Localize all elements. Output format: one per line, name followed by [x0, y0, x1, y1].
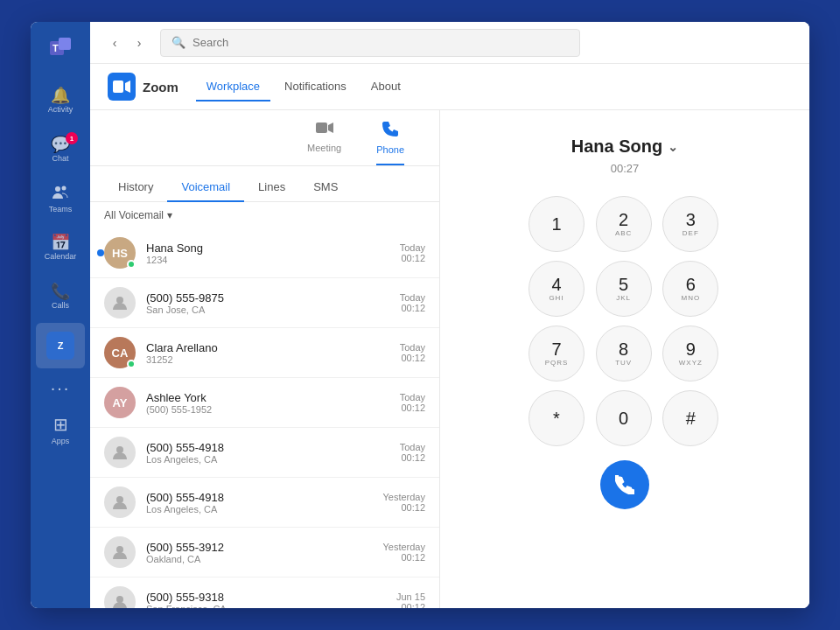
dial-main: 9 [686, 340, 696, 358]
item-time: Jun 15 [396, 592, 425, 602]
dial-main: 4 [551, 276, 561, 293]
dial-main: 6 [686, 276, 696, 293]
dial-key-7[interactable]: 7 PQRS [528, 326, 584, 382]
dial-key-#[interactable]: # [662, 390, 718, 446]
item-name: Hana Song [146, 242, 389, 255]
meeting-icon [316, 121, 333, 139]
dial-key-8[interactable]: 8 TUV [596, 326, 652, 382]
svg-point-7 [116, 297, 123, 304]
view-tabs: Meeting Phone [90, 110, 439, 166]
dial-key-0[interactable]: 0 [596, 390, 652, 446]
item-time-col: Yesterday 00:12 [382, 492, 425, 513]
zoom-brand: Zoom [108, 73, 178, 101]
item-duration: 00:12 [400, 402, 425, 413]
filter-bar: All Voicemail ▾ [90, 202, 439, 228]
dial-key-6[interactable]: 6 MNO [662, 261, 718, 317]
svg-point-8 [116, 446, 123, 453]
left-panel: Meeting Phone History Voicemail [90, 110, 440, 608]
voicemail-item[interactable]: (500) 555-9875 San Jose, CA Today 00:12 [90, 278, 439, 328]
subtab-voicemail[interactable]: Voicemail [167, 173, 244, 202]
item-time: Today [400, 242, 425, 253]
voicemail-item[interactable]: CA Clara Arellano 31252 Today 00:12 [90, 328, 439, 378]
voicemail-item[interactable]: HS Hana Song 1234 Today 00:12 [90, 228, 439, 278]
voicemail-item[interactable]: AY Ashlee York (500) 555-1952 Today 00:1… [90, 378, 439, 428]
zoom-brand-name: Zoom [143, 80, 178, 94]
sidebar-item-activity[interactable]: 🔔 Activity [36, 78, 85, 123]
search-box[interactable]: 🔍 [160, 29, 580, 57]
more-icon: ··· [51, 378, 71, 398]
avatar: HS [104, 237, 136, 269]
avatar: AY [104, 387, 136, 418]
nav-item-workplace[interactable]: Workplace [196, 73, 270, 102]
dial-key-3[interactable]: 3 DEF [662, 196, 718, 252]
online-dot [127, 260, 136, 269]
item-sub: Los Angeles, CA [146, 454, 389, 465]
item-sub: (500) 555-1952 [146, 404, 389, 415]
sidebar-more-button[interactable]: ··· [36, 372, 85, 403]
online-dot [127, 360, 136, 368]
nav-item-notifications[interactable]: Notifications [274, 73, 357, 102]
item-sub: 1234 [146, 255, 389, 265]
voicemail-item[interactable]: (500) 555-3912 Oakland, CA Yesterday 00:… [90, 528, 439, 578]
sidebar-item-calendar[interactable]: 📅 Calendar [36, 225, 85, 270]
dial-key-5[interactable]: 5 JKL [596, 261, 652, 317]
item-name: (500) 555-4918 [146, 441, 389, 454]
activity-icon: 🔔 [51, 88, 70, 103]
avatar [104, 586, 136, 608]
sidebar-item-teams[interactable]: Teams [36, 176, 85, 221]
voicemail-item[interactable]: (500) 555-4918 Los Angeles, CA Today 00:… [90, 428, 439, 478]
teams-logo: T [45, 32, 76, 64]
item-sub: Oakland, CA [146, 554, 372, 564]
subtab-history[interactable]: History [104, 173, 167, 202]
item-name: Clara Arellano [146, 341, 389, 354]
app-header-top: Zoom Workplace Notifications About [108, 64, 792, 109]
dial-key-2[interactable]: 2 ABC [596, 196, 652, 252]
item-time: Today [400, 392, 425, 402]
voicemail-item[interactable]: (500) 555-9318 San Francisco, CA Jun 15 … [90, 578, 439, 608]
item-sub: San Jose, CA [146, 304, 389, 315]
apps-icon: ⊞ [53, 414, 68, 435]
call-button[interactable] [600, 460, 649, 509]
sub-tabs: History Voicemail Lines SMS [90, 166, 439, 202]
item-duration: 00:12 [382, 502, 425, 513]
tab-meeting[interactable]: Meeting [307, 121, 341, 165]
sidebar-item-apps[interactable]: ⊞ Apps [36, 407, 85, 452]
dial-key-9[interactable]: 9 WXYZ [662, 326, 718, 382]
back-button[interactable]: ‹ [104, 32, 125, 53]
unread-dot [97, 249, 104, 256]
dial-main: 1 [551, 215, 561, 233]
svg-rect-1 [59, 38, 71, 50]
search-input[interactable] [192, 36, 569, 49]
chevron-down-icon: ▾ [167, 209, 172, 221]
item-duration: 00:12 [396, 602, 425, 608]
teams-sidebar: T 🔔 Activity 💬 Chat 1 Teams � [31, 22, 90, 608]
dial-key-1[interactable]: 1 [528, 196, 584, 252]
tab-phone-label: Phone [376, 144, 404, 155]
caller-name: Hana Song ⌄ [571, 136, 678, 157]
voicemail-item[interactable]: (500) 555-4918 Los Angeles, CA Yesterday… [90, 478, 439, 528]
subtab-lines[interactable]: Lines [244, 173, 299, 202]
zoom-logo [108, 73, 136, 101]
dial-main: 8 [619, 340, 628, 358]
dial-key-4[interactable]: 4 GHI [528, 261, 584, 317]
dial-key-*[interactable]: * [528, 390, 584, 446]
forward-button[interactable]: › [129, 32, 150, 53]
item-name: (500) 555-9318 [146, 591, 386, 604]
svg-rect-6 [316, 122, 327, 133]
avatar-placeholder [104, 486, 136, 518]
sidebar-item-zoom[interactable]: Z [36, 323, 85, 368]
filter-dropdown[interactable]: All Voicemail ▾ [104, 209, 172, 221]
svg-point-11 [116, 596, 123, 603]
svg-rect-5 [113, 80, 123, 93]
sidebar-item-chat[interactable]: 💬 Chat 1 [36, 127, 85, 172]
app-nav: Workplace Notifications About [196, 73, 411, 101]
dialpad: 1 2 ABC 3 DEF 4 GHI 5 JKL 6 MNO 7 PQRS 8… [528, 196, 721, 446]
nav-item-about[interactable]: About [360, 73, 411, 102]
dial-sub: PQRS [545, 360, 569, 367]
tab-phone[interactable]: Phone [376, 121, 404, 165]
item-time: Yesterday [382, 492, 425, 502]
subtab-sms[interactable]: SMS [299, 173, 352, 202]
svg-point-3 [55, 186, 60, 192]
sidebar-item-calls[interactable]: 📞 Calls [36, 274, 85, 319]
item-duration: 00:12 [400, 452, 425, 463]
